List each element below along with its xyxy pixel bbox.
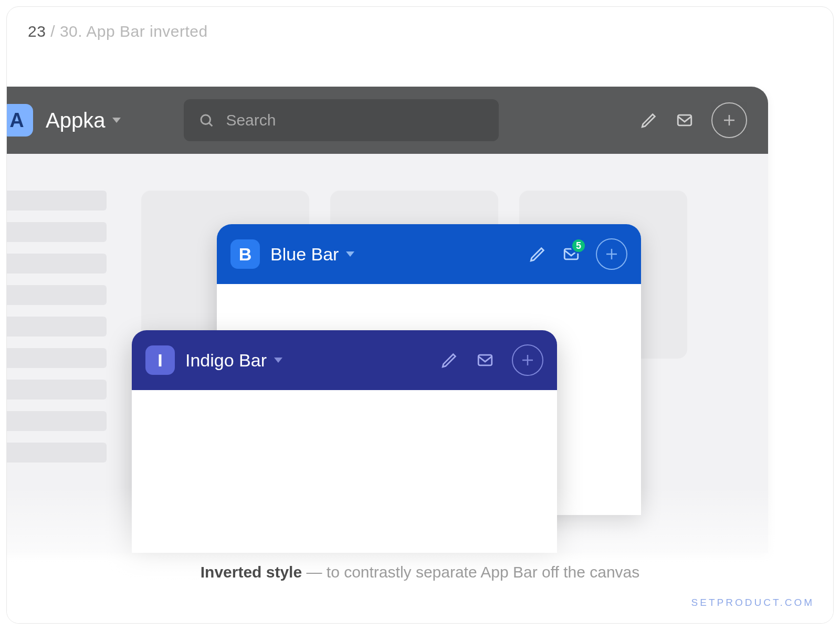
pencil-icon <box>640 111 658 129</box>
edit-button[interactable] <box>640 111 658 129</box>
add-button[interactable] <box>596 238 627 270</box>
plus-icon <box>721 112 737 128</box>
caption-rest: — to contrastly separate App Bar off the… <box>302 563 639 581</box>
app-logo[interactable]: A <box>6 104 33 136</box>
app-title-dropdown[interactable]: Appka <box>46 109 121 132</box>
caption: Inverted style — to contrastly separate … <box>7 563 833 581</box>
app-title-dropdown[interactable]: Blue Bar <box>270 244 354 265</box>
plus-icon <box>604 246 620 262</box>
breadcrumb: 23 / 30. App Bar inverted <box>28 23 208 40</box>
sidebar-placeholder <box>6 191 107 463</box>
mail-button[interactable] <box>676 111 694 129</box>
app-title-dropdown[interactable]: Indigo Bar <box>185 350 282 371</box>
chevron-down-icon <box>346 251 354 257</box>
breadcrumb-title: App Bar inverted <box>86 23 207 40</box>
search-input[interactable]: Search <box>184 99 499 141</box>
breadcrumb-current: 23 <box>28 23 46 40</box>
app-logo[interactable]: B <box>230 239 260 269</box>
mail-button[interactable]: 5 <box>562 245 580 263</box>
mail-button[interactable] <box>476 351 494 369</box>
breadcrumb-total: 30 <box>60 23 78 40</box>
pencil-icon <box>440 351 458 369</box>
app-bar-blue: B Blue Bar 5 <box>217 224 641 284</box>
watermark: SETPRODUCT.COM <box>691 597 814 608</box>
window-body <box>132 390 557 553</box>
app-bar-dark: A Appka Search <box>6 87 768 154</box>
plus-icon <box>520 352 536 368</box>
caption-bold: Inverted style <box>201 563 302 581</box>
search-placeholder: Search <box>226 111 276 129</box>
chevron-down-icon <box>274 358 282 363</box>
add-button[interactable] <box>711 102 747 138</box>
search-icon <box>198 112 214 128</box>
edit-button[interactable] <box>529 245 547 263</box>
mail-icon <box>676 111 694 129</box>
app-logo[interactable]: I <box>145 345 175 375</box>
chevron-down-icon <box>112 118 121 123</box>
edit-button[interactable] <box>440 351 458 369</box>
app-bar-indigo: I Indigo Bar <box>132 330 557 390</box>
pencil-icon <box>529 245 547 263</box>
add-button[interactable] <box>512 344 543 376</box>
mail-icon <box>476 351 494 369</box>
notification-badge: 5 <box>571 238 586 254</box>
app-window-indigo: I Indigo Bar <box>132 330 557 553</box>
